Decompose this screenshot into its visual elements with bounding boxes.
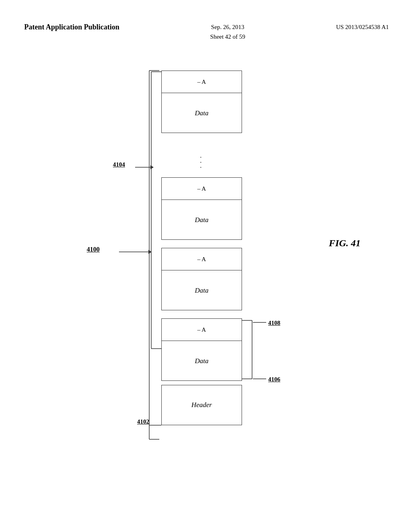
data-block-2: – A Data (161, 177, 242, 240)
data-block-3-bottom: Data (162, 270, 242, 311)
sheet-info: Sheet 42 of 59 (210, 33, 245, 40)
page: Patent Application Publication Sep. 26, … (0, 0, 413, 532)
data-block-4-top: – A (162, 319, 242, 341)
publication-number: US 2013/0254538 A1 (336, 22, 389, 32)
data-block-4-bottom: Data (162, 341, 242, 381)
publication-date: Sep. 26, 2013 (211, 24, 244, 30)
ref-4104: 4104 (113, 161, 125, 168)
figure-label: FIG. 41 (329, 238, 361, 249)
ref-4106: 4106 (268, 376, 280, 383)
ref-4100: 4100 (87, 246, 100, 253)
page-header: Patent Application Publication Sep. 26, … (0, 22, 413, 42)
data-block-1-top: – A (162, 71, 242, 93)
data-block-1: – A Data (161, 71, 242, 133)
header-block: Header (161, 385, 242, 425)
svg-marker-7 (148, 250, 152, 254)
data-block-1-bottom: Data (162, 93, 242, 133)
data-block-2-top: – A (162, 178, 242, 200)
data-block-2-bottom: Data (162, 200, 242, 240)
ref-4102: 4102 (137, 418, 149, 425)
publication-date-sheet: Sep. 26, 2013 Sheet 42 of 59 (210, 22, 245, 42)
svg-marker-9 (150, 165, 154, 169)
publication-title: Patent Application Publication (24, 22, 119, 32)
data-block-3-top: – A (162, 248, 242, 270)
header-block-label: Header (162, 385, 242, 425)
ellipsis-dots: ··· (197, 153, 205, 168)
ref-4108: 4108 (268, 320, 280, 326)
data-block-3: – A Data (161, 248, 242, 310)
data-block-4: – A Data (161, 318, 242, 381)
